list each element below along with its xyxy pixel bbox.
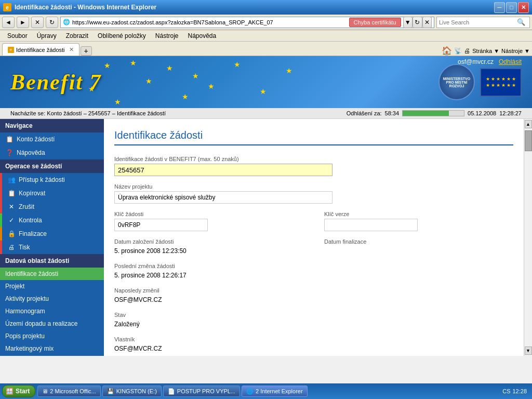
- home-button[interactable]: 🏠: [442, 46, 452, 56]
- taskbar-item-kingston[interactable]: 💾 KINGSTON (E:): [102, 385, 162, 397]
- sidebar-item-harmonogram[interactable]: Harmonogram: [0, 305, 104, 317]
- back-button[interactable]: ◄: [2, 17, 15, 28]
- sidebar-item-pristup[interactable]: 👥 Přístup k žádosti: [0, 173, 104, 187]
- breadcrumb-konto[interactable]: Konto žádostí: [47, 110, 82, 116]
- status-value: Založený: [114, 320, 513, 329]
- breadcrumb: Nacházíte se: Konto žádostí – 2545657 – …: [10, 110, 166, 116]
- last-change-value: 5. prosince 2008 12:26:17: [114, 271, 513, 280]
- tools-button[interactable]: Nástroje ▼: [501, 48, 530, 54]
- menu-napoveda[interactable]: Nápověda: [184, 31, 221, 41]
- key-input[interactable]: [114, 219, 208, 231]
- maximize-button[interactable]: □: [506, 2, 517, 13]
- clock: 12:28: [512, 388, 527, 394]
- sidebar-item-marketing[interactable]: Marketingový mix: [0, 342, 104, 355]
- menu-oblibene[interactable]: Oblíbené položky: [94, 31, 150, 41]
- menu-upravy[interactable]: Úpravy: [33, 31, 61, 41]
- sidebar-projekt-label: Projekt: [5, 283, 24, 290]
- sidebar-item-uzemi[interactable]: Území dopadu a realizace: [0, 317, 104, 330]
- sidebar-item-kontrola[interactable]: ✓ Kontrola: [0, 214, 104, 227]
- eu-star: ★: [507, 83, 511, 88]
- sidebar-item-kopirovat[interactable]: 📋 Kopírovat: [0, 187, 104, 200]
- forward-button[interactable]: ►: [17, 17, 29, 28]
- benefit7-input[interactable]: [114, 164, 332, 176]
- star-3: ★: [166, 64, 173, 72]
- kontrola-icon: ✓: [7, 216, 16, 224]
- menu-nastroje[interactable]: Nástroje: [151, 31, 183, 41]
- scroll-down-button[interactable]: ▼: [525, 347, 532, 355]
- menu-soubor[interactable]: Soubor: [3, 31, 32, 41]
- progress-bar-fill: [403, 111, 449, 116]
- tab-close[interactable]: ✕: [69, 46, 74, 53]
- sidebar-nav-title: Navigace: [0, 119, 104, 132]
- benefit7-label: Identifikace žádosti v BENEFIT7 (max. 50…: [114, 156, 513, 162]
- form-group-last-change: Poslední změna žádosti 5. prosince 2008 …: [114, 263, 513, 280]
- refresh-btn2[interactable]: ↻: [413, 17, 422, 28]
- sidebar-finalizace-label: Finalizace: [19, 230, 47, 237]
- menu-zobrazit[interactable]: Zobrazit: [62, 31, 92, 41]
- form-group-finalized: Datum finalizace: [324, 238, 513, 256]
- taskbar-right: CS 12:28: [502, 388, 530, 394]
- kingston-label: KINGSTON (E:): [116, 388, 157, 394]
- breadcrumb-nacházíte: Nacházíte se:: [10, 110, 45, 116]
- form-group-benefit7: Identifikace žádosti v BENEFIT7 (max. 50…: [114, 156, 513, 176]
- eu-star: ★: [507, 76, 511, 82]
- taskbar-item-postup[interactable]: 📄 POSTUP PRO VYPL...: [163, 385, 240, 397]
- rss-button[interactable]: 📡: [454, 47, 462, 55]
- browser-toolbar: ◄ ► ✕ ↻ 🌐 Chyba certifikátu ▼ ↻ ✕ 🔍: [0, 15, 532, 30]
- stop-button[interactable]: ✕: [31, 17, 44, 28]
- taskbar-items: 🖥 2 Microsoft Offic... 💾 KINGSTON (E:) 📄…: [37, 385, 502, 397]
- page-button[interactable]: Stránka ▼: [472, 48, 499, 54]
- sidebar-pristup-label: Přístup k žádosti: [19, 176, 65, 183]
- tab-favicon: e: [8, 47, 14, 53]
- search-box[interactable]: 🔍: [436, 17, 530, 28]
- form-group-owner: Vlastník OSF@MVCR.CZ: [114, 336, 513, 353]
- refresh-button[interactable]: ↻: [46, 17, 58, 28]
- taskbar-item-ie[interactable]: 🌐 2 Internet Explorer: [242, 385, 308, 397]
- sidebar-item-konto[interactable]: 📋 Konto žádostí: [0, 132, 104, 146]
- active-tab[interactable]: e Identifikace žádosti ✕: [2, 43, 79, 56]
- print-button[interactable]: 🖨: [464, 47, 470, 55]
- form-group-created: Datum založení žádosti 5. prosince 2008 …: [114, 238, 303, 256]
- sidebar-data-title: Datová oblast žádosti: [0, 254, 104, 268]
- address-input[interactable]: [72, 19, 349, 25]
- sidebar-identifikace-label: Identifikace žádosti: [5, 270, 58, 277]
- sidebar-item-projekt[interactable]: Projekt: [0, 280, 104, 292]
- taskbar-item-office[interactable]: 🖥 2 Microsoft Offic...: [37, 385, 100, 397]
- address-go-button[interactable]: ▼: [403, 17, 413, 28]
- eu-flag: ★ ★ ★ ★ ★ ★ ★ ★ ★ ★ ★ ★: [480, 68, 522, 97]
- form-group-version: Klíč verze: [324, 211, 513, 231]
- search-icon[interactable]: 🔍: [517, 18, 525, 26]
- logout-link[interactable]: Odhlásit: [499, 58, 522, 65]
- eu-star: ★: [491, 76, 495, 82]
- close-button[interactable]: ✕: [518, 2, 529, 13]
- sidebar-item-zrusit[interactable]: ✕ Zrušit: [0, 200, 104, 214]
- scroll-up-button[interactable]: ▲: [525, 120, 532, 128]
- project-input[interactable]: [114, 191, 332, 204]
- search-input[interactable]: [439, 19, 517, 25]
- scrollbar[interactable]: ▲ ▼: [524, 119, 532, 356]
- sidebar-marketing-label: Marketingový mix: [5, 345, 54, 352]
- stop-btn2[interactable]: ✕: [422, 17, 432, 28]
- scroll-thumb[interactable]: [525, 130, 532, 151]
- sidebar-napoveda-label: Nápověda: [17, 149, 45, 156]
- start-button[interactable]: 🪟 Start: [2, 385, 35, 397]
- cert-error-badge[interactable]: Chyba certifikátu: [349, 18, 401, 27]
- sidebar-item-popis[interactable]: Popis projektu: [0, 330, 104, 342]
- sidebar-item-tisk[interactable]: 🖨 Tisk: [0, 241, 104, 254]
- sidebar-item-finalizace[interactable]: 🔒 Finalizace: [0, 227, 104, 241]
- new-tab-button[interactable]: +: [81, 46, 92, 56]
- time-display: 12:28:27: [499, 110, 522, 116]
- main-layout: Navigace 📋 Konto žádostí ❓ Nápověda Oper…: [0, 119, 532, 356]
- sidebar-konto-label: Konto žádostí: [17, 136, 55, 143]
- sidebar-item-napoveda[interactable]: ❓ Nápověda: [0, 146, 104, 159]
- minimize-button[interactable]: ─: [494, 2, 505, 13]
- last-change-label: Poslední změna žádosti: [114, 263, 513, 269]
- sidebar-item-aktivity[interactable]: Aktivity projektu: [0, 292, 104, 305]
- version-input[interactable]: [324, 219, 418, 231]
- address-bar[interactable]: 🌐 Chyba certifikátu ▼ ↻ ✕: [60, 17, 434, 28]
- breadcrumb-sep1: –: [84, 110, 88, 116]
- ministry-text: MINISTERSTVO PRO MÍSTNÍ ROZVOJ: [442, 77, 472, 88]
- sidebar-item-identifikace[interactable]: Identifikace žádosti: [0, 268, 104, 280]
- finalized-value: [324, 246, 513, 248]
- star-7: ★: [260, 87, 267, 96]
